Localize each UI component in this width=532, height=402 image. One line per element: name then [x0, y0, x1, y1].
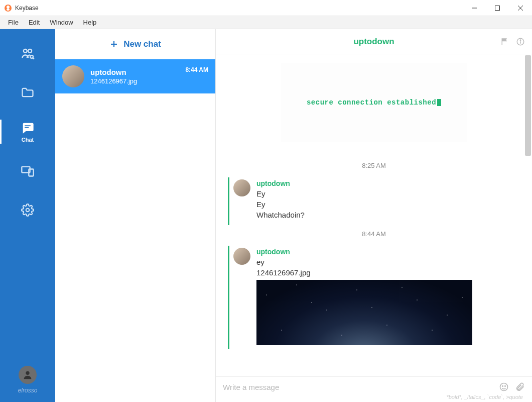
titlebar: Keybase: [0, 0, 532, 16]
main: Chat elrosso New chat: [0, 29, 532, 402]
timestamp-divider: 8:44 AM: [228, 230, 520, 238]
chat-pane: uptodown secure connection established 8…: [216, 29, 532, 402]
minimize-button[interactable]: [463, 0, 486, 16]
message-author[interactable]: uptodown: [256, 248, 520, 256]
scrollbar[interactable]: [525, 55, 531, 362]
secure-banner: secure connection established: [281, 63, 467, 142]
conversation-text: uptodown 1246126967.jpg: [90, 68, 179, 85]
plus-icon: [109, 40, 118, 49]
app-icon: [4, 4, 12, 12]
close-button[interactable]: [509, 0, 532, 16]
user-avatar-icon: [19, 366, 37, 384]
new-chat-button[interactable]: New chat: [55, 29, 215, 59]
chat-header: uptodown: [216, 29, 532, 54]
svg-rect-11: [25, 125, 31, 126]
info-icon[interactable]: [516, 37, 525, 46]
scrollbar-thumb[interactable]: [525, 55, 531, 156]
message-image-attachment[interactable]: [256, 280, 472, 345]
rail-chat[interactable]: Chat: [16, 120, 40, 144]
rail-people[interactable]: [16, 41, 40, 65]
message-avatar[interactable]: [233, 248, 250, 265]
menu-edit[interactable]: Edit: [24, 17, 45, 28]
svg-point-22: [500, 383, 508, 391]
menu-file[interactable]: File: [3, 17, 24, 28]
rail-chat-label: Chat: [22, 137, 34, 143]
svg-rect-12: [25, 127, 29, 128]
message-line: Whatchadoin?: [256, 211, 520, 219]
svg-line-10: [33, 58, 34, 59]
composer: *bold*, _italics_, `code`, >quote: [216, 376, 532, 402]
rail-devices[interactable]: [16, 159, 40, 183]
menubar: File Edit Window Help: [0, 16, 532, 29]
timestamp-divider: 8:25 AM: [228, 162, 520, 169]
message-line: Ey: [256, 200, 520, 209]
message-group: uptodown Ey Ey Whatchadoin?: [228, 177, 520, 225]
secure-text: secure connection established: [307, 98, 436, 107]
svg-rect-2: [7, 9, 10, 11]
conversation-name: uptodown: [90, 68, 179, 76]
conversation-avatar: [62, 65, 84, 87]
svg-rect-4: [495, 6, 500, 10]
rail-settings[interactable]: [16, 198, 40, 222]
cursor-icon: [437, 99, 441, 106]
chat-body[interactable]: secure connection established 8:25 AM up…: [216, 54, 532, 376]
window-controls: [463, 0, 532, 16]
message-line: 1246126967.jpg: [256, 268, 520, 277]
conversation-preview: 1246126967.jpg: [90, 77, 179, 85]
conversation-list: New chat uptodown 1246126967.jpg 8:44 AM: [55, 29, 216, 402]
flag-icon[interactable]: [501, 37, 510, 46]
svg-point-1: [7, 6, 10, 9]
rail-user[interactable]: elrosso: [18, 366, 38, 394]
composer-hint: *bold*, _italics_, `code`, >quote: [223, 394, 525, 400]
svg-point-24: [505, 386, 506, 387]
message-line: ey: [256, 258, 520, 266]
attach-icon[interactable]: [515, 382, 525, 392]
message-avatar[interactable]: [233, 179, 250, 196]
message-line: Ey: [256, 189, 520, 198]
message-group: uptodown ey 1246126967.jpg: [228, 246, 520, 349]
svg-point-9: [30, 55, 33, 58]
window-title: Keybase: [15, 5, 39, 12]
menu-help[interactable]: Help: [78, 17, 102, 28]
maximize-button[interactable]: [486, 0, 509, 16]
sidebar-rail: Chat elrosso: [0, 29, 55, 402]
message-author[interactable]: uptodown: [256, 179, 520, 187]
new-chat-label: New chat: [123, 39, 161, 49]
svg-point-7: [24, 49, 27, 53]
svg-point-21: [520, 39, 521, 40]
conversation-item[interactable]: uptodown 1246126967.jpg 8:44 AM: [55, 59, 215, 93]
menu-window[interactable]: Window: [45, 17, 78, 28]
emoji-icon[interactable]: [499, 382, 509, 392]
svg-point-15: [26, 209, 30, 212]
message-input[interactable]: [223, 383, 493, 391]
conversation-time: 8:44 AM: [185, 66, 208, 73]
chat-title: uptodown: [353, 37, 394, 47]
svg-point-23: [502, 386, 503, 387]
svg-point-8: [28, 49, 32, 53]
svg-point-16: [26, 371, 29, 375]
rail-username: elrosso: [18, 387, 38, 394]
rail-folder[interactable]: [16, 80, 40, 105]
